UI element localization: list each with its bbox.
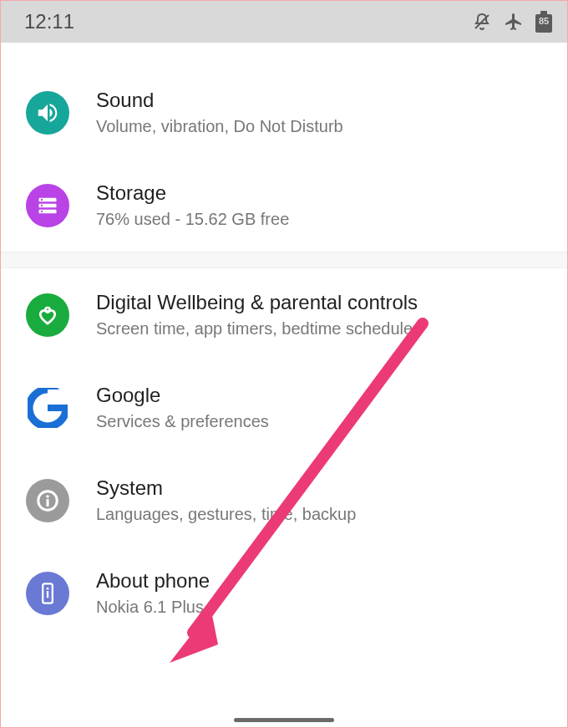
settings-item-title: Sound [96, 88, 549, 113]
status-bar: 12:11 85 [1, 1, 567, 43]
settings-item-text: System Languages, gestures, time, backup [96, 476, 549, 525]
status-icons: 85 [472, 11, 552, 33]
settings-item-text: Google Services & preferences [96, 383, 549, 432]
settings-item-title: About phone [96, 568, 549, 593]
settings-item-subtitle: Nokia 6.1 Plus [96, 597, 549, 618]
settings-item-title: System [96, 476, 549, 501]
settings-item-subtitle: Services & preferences [96, 411, 549, 432]
settings-item-text: About phone Nokia 6.1 Plus [96, 568, 549, 618]
settings-item-system[interactable]: System Languages, gestures, time, backup [1, 454, 567, 547]
navigation-pill[interactable] [234, 718, 334, 722]
svg-point-4 [41, 198, 43, 200]
settings-list: Sound Volume, vibration, Do Not Disturb … [1, 43, 567, 639]
settings-item-subtitle: Screen time, app timers, bedtime schedul… [96, 318, 549, 339]
settings-item-text: Digital Wellbeing & parental controls Sc… [96, 290, 549, 339]
heart-icon [26, 293, 69, 337]
settings-item-storage[interactable]: Storage 76% used - 15.62 GB free [1, 159, 567, 252]
phone-icon [26, 572, 69, 615]
do-not-disturb-icon [472, 12, 492, 32]
google-icon [26, 386, 69, 430]
svg-point-15 [47, 587, 49, 589]
svg-point-6 [41, 210, 43, 211]
clock-text: 12:11 [24, 10, 74, 33]
settings-item-subtitle: 76% used - 15.62 GB free [96, 209, 549, 230]
battery-percent: 85 [535, 16, 552, 26]
settings-item-about[interactable]: About phone Nokia 6.1 Plus [1, 547, 567, 639]
svg-point-5 [41, 204, 43, 206]
settings-item-text: Storage 76% used - 15.62 GB free [96, 181, 549, 230]
settings-item-subtitle: Volume, vibration, Do Not Disturb [96, 116, 549, 137]
settings-item-subtitle: Languages, gestures, time, backup [96, 504, 549, 525]
settings-item-title: Digital Wellbeing & parental controls [96, 290, 549, 315]
svg-rect-9 [48, 389, 68, 405]
settings-item-sound[interactable]: Sound Volume, vibration, Do Not Disturb [1, 66, 567, 159]
info-icon [26, 479, 69, 522]
volume-icon [26, 91, 69, 135]
svg-point-12 [46, 495, 49, 498]
airplane-mode-icon [504, 12, 524, 32]
section-divider [1, 252, 567, 268]
settings-item-title: Storage [96, 181, 549, 206]
svg-rect-13 [47, 499, 49, 507]
storage-icon [26, 184, 69, 227]
svg-rect-10 [48, 405, 66, 411]
settings-item-google[interactable]: Google Services & preferences [1, 361, 567, 454]
svg-rect-16 [47, 591, 48, 598]
settings-item-wellbeing[interactable]: Digital Wellbeing & parental controls Sc… [1, 268, 567, 361]
settings-item-title: Google [96, 383, 549, 408]
battery-icon: 85 [535, 11, 552, 33]
settings-item-text: Sound Volume, vibration, Do Not Disturb [96, 88, 549, 137]
